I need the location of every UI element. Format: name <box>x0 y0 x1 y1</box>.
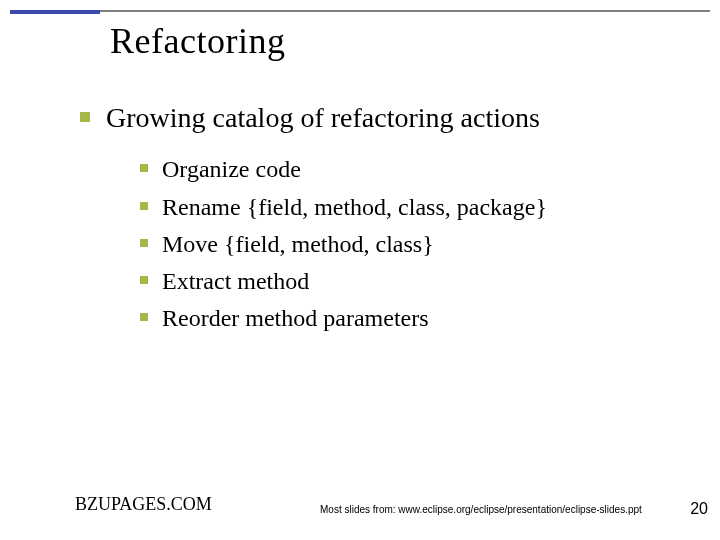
sub-bullet-text: Organize code <box>162 154 301 185</box>
title-accent-bar <box>10 10 100 14</box>
list-item: Move {field, method, class} <box>140 229 680 260</box>
sub-bullet-text: Rename {field, method, class, package} <box>162 192 547 223</box>
main-bullet-text: Growing catalog of refactoring actions <box>106 100 540 136</box>
square-bullet-icon <box>140 313 148 321</box>
footer-attribution: Most slides from: www.eclipse.org/eclips… <box>320 504 642 515</box>
square-bullet-icon <box>140 276 148 284</box>
sub-list: Organize code Rename {field, method, cla… <box>140 154 680 334</box>
slide-body: Growing catalog of refactoring actions O… <box>80 100 680 340</box>
square-bullet-icon <box>80 112 90 122</box>
slide-title: Refactoring <box>110 20 285 62</box>
list-item: Reorder method parameters <box>140 303 680 334</box>
list-item: Rename {field, method, class, package} <box>140 192 680 223</box>
list-item: Organize code <box>140 154 680 185</box>
sub-bullet-text: Move {field, method, class} <box>162 229 434 260</box>
footer-site: BZUPAGES.COM <box>75 494 212 515</box>
slide-number: 20 <box>690 500 708 518</box>
list-item: Extract method <box>140 266 680 297</box>
sub-bullet-text: Extract method <box>162 266 309 297</box>
square-bullet-icon <box>140 239 148 247</box>
list-item: Growing catalog of refactoring actions <box>80 100 680 136</box>
slide: Refactoring Growing catalog of refactori… <box>0 0 720 540</box>
title-divider-line <box>10 10 710 12</box>
sub-bullet-text: Reorder method parameters <box>162 303 429 334</box>
square-bullet-icon <box>140 164 148 172</box>
square-bullet-icon <box>140 202 148 210</box>
